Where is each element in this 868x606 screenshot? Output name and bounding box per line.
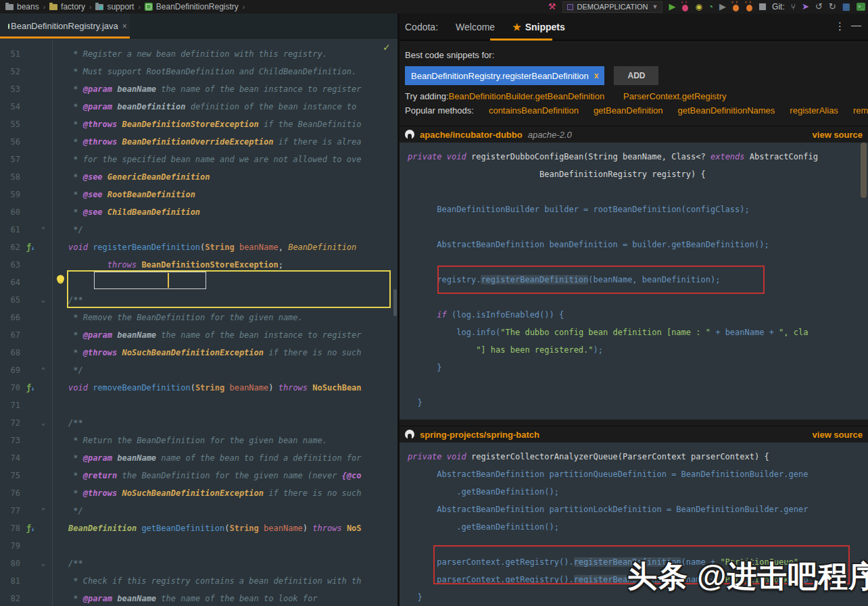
code-line[interactable]: 53 * @param beanName the name of the bea… xyxy=(0,80,397,98)
method-link[interactable]: removeBeanDefinition xyxy=(853,105,868,116)
code-line[interactable]: 60 * @see ChildBeanDefinition xyxy=(0,203,397,221)
chip-close-icon[interactable]: x xyxy=(594,71,599,80)
fold-marker-icon[interactable]: ⌃ xyxy=(38,361,49,379)
code-line[interactable]: 70ƒ↓void removeBeanDefinition(String bea… xyxy=(0,379,397,397)
attach-profiler-icon[interactable] xyxy=(746,3,753,11)
query-chip[interactable]: BeanDefinitionRegistry.registerBeanDefin… xyxy=(405,66,604,85)
code-text: * @throws NoSuchBeanDefinitionException … xyxy=(49,484,362,502)
fold-marker-icon[interactable]: ⌃ xyxy=(38,502,49,520)
intention-bulb-icon[interactable] xyxy=(57,275,64,282)
editor-code[interactable]: 51 * Register a new bean definition with… xyxy=(0,45,397,606)
history-icon[interactable]: ↺ xyxy=(815,0,823,14)
snippet-scrollbar[interactable] xyxy=(861,143,867,198)
git-push-icon[interactable]: ➤ xyxy=(802,0,809,14)
suggestion-link[interactable]: ParserContext.getRegistry xyxy=(623,91,726,101)
code-line[interactable]: 61⌃ */ xyxy=(0,221,397,238)
code-line[interactable]: 80⌄/** xyxy=(0,555,397,572)
implement-marker-icon[interactable]: ƒ↓ xyxy=(23,520,38,537)
breadcrumb-item-class[interactable]: BeanDefinitionRegistry xyxy=(145,2,239,11)
code-line[interactable]: 68 * @throws NoSuchBeanDefinitionExcepti… xyxy=(0,344,397,361)
tab-snippets[interactable]: ★Snippets xyxy=(512,22,565,32)
code-line[interactable]: 81 * Check if this registry contains a b… xyxy=(0,572,397,590)
tab-welcome[interactable]: Welcome xyxy=(456,22,495,32)
code-line[interactable]: 51 * Register a new bean definition with… xyxy=(0,45,397,63)
fold-marker-icon[interactable]: ⌄ xyxy=(38,414,49,432)
line-number: 81 xyxy=(0,572,23,590)
debug-icon[interactable] xyxy=(681,3,689,11)
repo-link[interactable]: apache/incubator-dubbo xyxy=(420,130,523,140)
code-line[interactable]: 66 * Remove the BeanDefinition for the g… xyxy=(0,309,397,326)
code-area[interactable]: 51 * Register a new bean definition with… xyxy=(0,39,397,606)
gutter-spacer xyxy=(23,151,38,168)
code-line[interactable]: 71 xyxy=(0,397,397,414)
code-line[interactable]: 67 * @param beanName the name of the bea… xyxy=(0,326,397,344)
fold-spacer xyxy=(38,63,49,80)
fold-marker-icon[interactable]: ⌄ xyxy=(38,291,49,309)
code-line[interactable]: 82 * @param beanName the name of the bea… xyxy=(0,590,397,606)
breadcrumb-item-beans[interactable]: beans xyxy=(5,2,39,11)
git-branch-icon[interactable]: ⑂ xyxy=(791,0,796,14)
stop-icon[interactable] xyxy=(759,3,766,10)
fold-marker-icon[interactable]: ⌄ xyxy=(38,555,49,572)
terminal-icon[interactable]: >_ xyxy=(857,3,865,11)
line-number: 78 xyxy=(0,520,23,537)
code-line: registry.registerBeanDefinition(beanName… xyxy=(408,271,868,288)
interface-icon xyxy=(145,3,153,11)
code-line[interactable]: 63 throws BeanDefinitionStoreException; xyxy=(0,256,397,274)
code-line[interactable]: 58 * @see GenericBeanDefinition xyxy=(0,168,397,186)
build-hammer-icon[interactable]: ⚒ xyxy=(548,0,556,14)
code-line[interactable]: 75 * @return the BeanDefinition for the … xyxy=(0,467,397,484)
code-line[interactable]: 76 * @throws NoSuchBeanDefinitionExcepti… xyxy=(0,484,397,502)
code-line[interactable]: 77⌃ */ xyxy=(0,502,397,520)
close-tab-icon[interactable]: × xyxy=(122,22,127,31)
code-line[interactable]: 69⌃ */ xyxy=(0,361,397,379)
code-line[interactable]: 52 * Must support RootBeanDefinition and… xyxy=(0,63,397,80)
breadcrumb-item-factory[interactable]: factory xyxy=(49,2,85,11)
code-text: * @throws BeanDefinitionStoreException i… xyxy=(49,116,362,133)
code-line: private void registerDubboConfigBean(Str… xyxy=(408,148,868,166)
try-adding-row: Try adding: BeanDefinitionBuilder.getBea… xyxy=(400,91,868,105)
run-config-select[interactable]: DEMOAPPLICATION ▼ xyxy=(562,1,663,13)
method-link[interactable]: registerAlias xyxy=(790,105,838,116)
code-line[interactable]: 57 * for the specified bean name and we … xyxy=(0,151,397,168)
method-link[interactable]: getBeanDefinitionNames xyxy=(678,105,775,116)
rerun-icon[interactable]: ▶ xyxy=(719,0,726,14)
code-text: /** xyxy=(49,291,83,309)
rollback-icon[interactable]: ↻ xyxy=(829,0,836,14)
code-text: * Must support RootBeanDefinition and Ch… xyxy=(49,63,356,80)
view-source-link[interactable]: view source xyxy=(813,430,863,440)
code-line[interactable]: 73 * Return the BeanDefinition for the g… xyxy=(0,432,397,449)
method-link[interactable]: getBeanDefinition xyxy=(594,105,663,116)
kebab-menu-icon[interactable]: ⋮ xyxy=(835,20,845,32)
code-line[interactable]: 59 * @see RootBeanDefinition xyxy=(0,186,397,203)
grid-icon[interactable]: ▦ xyxy=(842,0,850,14)
fold-spacer xyxy=(38,572,49,590)
run-icon[interactable]: ▶ xyxy=(669,0,675,14)
editor-tab[interactable]: BeanDefinitionRegistry.java × xyxy=(0,14,130,39)
code-line[interactable]: 78ƒ↓BeanDefinition getBeanDefinition(Str… xyxy=(0,520,397,537)
view-source-link[interactable]: view source xyxy=(813,130,863,140)
profiler-icon[interactable]: ◔ xyxy=(708,0,713,14)
editor-scrollbar[interactable] xyxy=(393,289,397,316)
minimize-icon[interactable]: — xyxy=(851,19,861,30)
code-text: * Remove the BeanDefinition for the give… xyxy=(49,309,303,326)
code-line[interactable]: 65⌄/** xyxy=(0,291,397,309)
add-button[interactable]: ADD xyxy=(614,66,658,85)
breadcrumb-item-support[interactable]: support xyxy=(95,2,134,11)
run-coverage-icon[interactable]: ◉ xyxy=(695,0,702,14)
code-line[interactable]: 55 * @throws BeanDefinitionStoreExceptio… xyxy=(0,116,397,133)
attach-debugger-icon[interactable] xyxy=(732,3,740,11)
fold-marker-icon[interactable]: ⌃ xyxy=(38,221,49,238)
code-line[interactable]: 72⌄/** xyxy=(0,414,397,432)
code-line[interactable]: 79 xyxy=(0,537,397,555)
implement-marker-icon[interactable]: ƒ↓ xyxy=(23,379,38,397)
code-line[interactable]: 62ƒ↓void registerBeanDefinition(String b… xyxy=(0,238,397,256)
gutter-spacer xyxy=(23,168,38,186)
method-link[interactable]: containsBeanDefinition xyxy=(489,105,579,116)
code-line[interactable]: 54 * @param beanDefinition definition of… xyxy=(0,98,397,116)
repo-link[interactable]: spring-projects/spring-batch xyxy=(420,430,539,440)
code-line[interactable]: 56 * @throws BeanDefinitionOverrideExcep… xyxy=(0,133,397,151)
code-line[interactable]: 74 * @param beanName name of the bean to… xyxy=(0,449,397,467)
implement-marker-icon[interactable]: ƒ↓ xyxy=(23,238,38,256)
suggestion-link[interactable]: BeanDefinitionBuilder.getBeanDefinition xyxy=(449,91,605,101)
